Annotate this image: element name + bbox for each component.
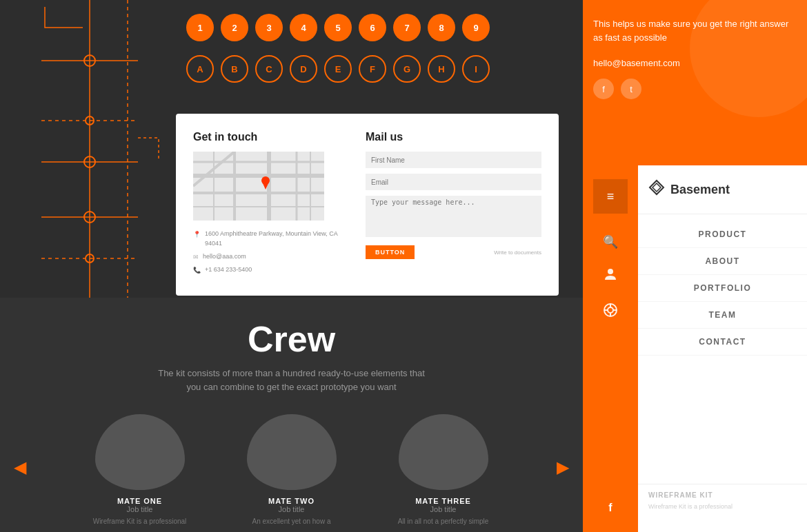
crew-member-3: MATE THREE Job title All in all not a pe… (381, 414, 506, 526)
crew-members: MATE ONE Job title Wireframe Kit is a pr… (78, 414, 506, 526)
letter-circle-b[interactable]: B (221, 55, 248, 83)
orange-helper-text: This helps us make sure you get the righ… (593, 17, 797, 44)
menu-links: PRODUCT ABOUT PORTFOLIO TEAM CONTACT (638, 214, 807, 484)
phone-icon: 📞 (193, 265, 201, 275)
number-circle-9[interactable]: 9 (462, 14, 490, 41)
number-circle-5[interactable]: 5 (324, 14, 352, 41)
email-text: hello@aaa.com (203, 252, 246, 261)
social-icons: f t (593, 79, 797, 99)
next-arrow[interactable]: ▶ (557, 458, 569, 477)
letter-circle-i[interactable]: I (462, 55, 490, 83)
search-nav-icon[interactable]: 🔍 (603, 234, 618, 249)
get-in-touch-title: Get in touch (193, 131, 352, 143)
number-circle-2[interactable]: 2 (221, 14, 248, 41)
email-icon: ✉ (193, 252, 199, 262)
crew-avatar-2 (247, 414, 337, 490)
numbers-row: 1 2 3 4 5 6 7 8 9 (186, 14, 490, 41)
crew-avatar-3 (399, 414, 488, 490)
diamond-logo-svg (648, 179, 665, 196)
page-layout: 1 2 3 4 5 6 7 8 9 A B C D E F G H I Get … (0, 0, 807, 532)
get-in-touch-section: Get in touch (193, 131, 352, 278)
letter-circle-a[interactable]: A (186, 55, 214, 83)
support-nav-icon[interactable] (603, 303, 618, 321)
logo-row: Basement (638, 165, 807, 214)
letter-circle-g[interactable]: G (393, 55, 421, 83)
nav-portfolio[interactable]: PORTFOLIO (638, 275, 807, 302)
nav-team[interactable]: TEAM (638, 302, 807, 329)
location-icon: 📍 (193, 229, 201, 239)
facebook-bottom-icon[interactable]: f (583, 484, 638, 532)
circuit-diagram (0, 0, 179, 303)
letter-circle-c[interactable]: C (255, 55, 283, 83)
hamburger-button[interactable]: ≡ (593, 179, 628, 214)
crew-bio-2: An excellent yet on how a (230, 517, 354, 526)
brand-logo-icon (648, 179, 665, 200)
email-input[interactable] (366, 174, 541, 190)
icon-nav-list: 🔍 (603, 234, 618, 321)
form-footer: BUTTON Write to documents (366, 245, 541, 259)
number-circle-8[interactable]: 8 (428, 14, 455, 41)
crew-job-1: Job title (78, 505, 202, 513)
twitter-icon[interactable]: t (621, 79, 641, 99)
svg-marker-33 (652, 183, 661, 192)
crew-member-2: MATE TWO Job title An excellent yet on h… (230, 414, 354, 526)
orange-section: This helps us make sure you get the righ… (583, 0, 807, 165)
user-icon-svg (603, 267, 618, 282)
icon-sidebar: ≡ 🔍 (583, 165, 638, 484)
support-icon-svg (603, 303, 618, 318)
number-circle-4[interactable]: 4 (290, 14, 317, 41)
number-circle-3[interactable]: 3 (255, 14, 283, 41)
prev-arrow[interactable]: ◀ (14, 458, 26, 477)
user-nav-icon[interactable] (603, 267, 618, 285)
crew-avatar-1 (95, 414, 185, 490)
number-circle-6[interactable]: 6 (359, 14, 386, 41)
mail-us-section: Mail us BUTTON Write to documents (366, 131, 541, 278)
bottom-strip: f WIREFRAME KIT Wireframe Kit is a profe… (583, 484, 807, 532)
letter-circle-f[interactable]: F (359, 55, 386, 83)
nav-about[interactable]: ABOUT (638, 248, 807, 275)
crew-bio-3: All in all not a perfectly simple (381, 517, 506, 526)
form-note: Write to documents (494, 249, 541, 256)
crew-section: Crew The kit consists of more than a hun… (0, 298, 583, 532)
crew-description: The kit consists of more than a hundred … (154, 367, 430, 393)
number-circle-7[interactable]: 7 (393, 14, 421, 41)
side-content: This helps us make sure you get the righ… (583, 0, 807, 532)
map-svg (193, 152, 324, 221)
contact-email-link[interactable]: hello@basement.com (593, 58, 797, 68)
crew-name-1: MATE ONE (78, 497, 202, 505)
main-content: 1 2 3 4 5 6 7 8 9 A B C D E F G H I Get … (0, 0, 583, 532)
contact-card: Get in touch (176, 114, 559, 296)
crew-bio-1: Wireframe Kit is a professional (78, 517, 202, 526)
letter-circle-h[interactable]: H (428, 55, 455, 83)
facebook-letter: f (608, 502, 612, 514)
facebook-icon[interactable]: f (593, 79, 614, 99)
svg-point-25 (608, 269, 613, 274)
first-name-input[interactable] (366, 152, 541, 168)
mail-us-title: Mail us (366, 131, 541, 143)
crew-job-2: Job title (230, 505, 354, 513)
wireframe-kit-desc: Wireframe Kit is a professional (648, 502, 797, 512)
nav-product[interactable]: PRODUCT (638, 221, 807, 248)
white-navigation: Basement PRODUCT ABOUT PORTFOLIO TEAM CO… (638, 165, 807, 484)
wireframe-kit-title: WIREFRAME KIT (648, 491, 797, 499)
message-textarea[interactable] (366, 196, 541, 237)
address-text: 1600 Amphitheatre Parkway, Mountain View… (205, 229, 352, 249)
hamburger-icon: ≡ (607, 190, 615, 204)
crew-name-3: MATE THREE (381, 497, 506, 505)
brand-name: Basement (670, 183, 730, 197)
crew-member-1: MATE ONE Job title Wireframe Kit is a pr… (78, 414, 202, 526)
crew-name-2: MATE TWO (230, 497, 354, 505)
crew-title: Crew (248, 318, 335, 360)
submit-button[interactable]: BUTTON (366, 245, 415, 259)
crew-job-3: Job title (381, 505, 506, 513)
letters-row: A B C D E F G H I (186, 55, 490, 83)
number-circle-1[interactable]: 1 (186, 14, 214, 41)
letter-circle-e[interactable]: E (324, 55, 352, 83)
svg-point-27 (608, 307, 613, 313)
letter-circle-d[interactable]: D (290, 55, 317, 83)
map-image (193, 152, 324, 221)
nav-contact[interactable]: CONTACT (638, 329, 807, 356)
address-info: 📍 1600 Amphitheatre Parkway, Mountain Vi… (193, 229, 352, 276)
middle-container: ≡ 🔍 (583, 165, 807, 484)
wireframe-info: WIREFRAME KIT Wireframe Kit is a profess… (638, 484, 807, 532)
